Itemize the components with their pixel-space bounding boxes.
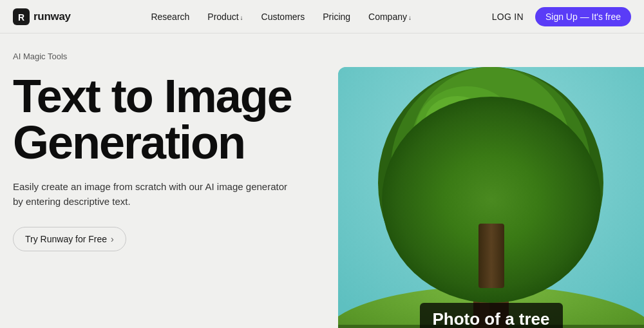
signup-button[interactable]: Sign Up — It's free — [535, 7, 631, 26]
main-description: Easily create an image from scratch with… — [13, 180, 290, 209]
nav-item-company[interactable]: Company ↓ — [368, 11, 412, 23]
navbar: R runway Research Product ↓ Customers Pr… — [0, 0, 644, 34]
nav-links: Research Product ↓ Customers Pricing Com… — [151, 11, 412, 23]
arrow-icon: › — [111, 234, 114, 244]
image-caption: Photo of a tree — [419, 303, 562, 328]
heading-line2: Generation — [13, 117, 245, 168]
svg-point-11 — [425, 96, 489, 148]
breadcrumb: AI Magic Tools — [13, 52, 328, 61]
login-button[interactable]: LOG IN — [492, 12, 524, 22]
nav-item-customers[interactable]: Customers — [261, 11, 305, 23]
svg-point-10 — [415, 86, 518, 177]
tree-svg — [338, 67, 644, 328]
demo-image-container: Photo of a tree — [338, 67, 644, 328]
svg-point-7 — [378, 67, 603, 299]
logo-text: runway — [33, 10, 71, 23]
main-heading: Text to Image Generation — [13, 73, 328, 166]
nav-right: LOG IN Sign Up — It's free — [492, 7, 631, 26]
cta-button[interactable]: Try Runway for Free › — [13, 227, 126, 251]
left-section: AI Magic Tools Text to Image Generation … — [13, 45, 328, 328]
heading-line1: Text to Image — [13, 70, 292, 122]
svg-text:R: R — [18, 12, 24, 23]
nav-item-pricing[interactable]: Pricing — [323, 11, 350, 23]
main-content: AI Magic Tools Text to Image Generation … — [0, 34, 644, 328]
nav-item-research[interactable]: Research — [151, 11, 189, 23]
cta-label: Try Runway for Free — [25, 234, 107, 244]
right-section: Photo of a tree — [328, 67, 644, 328]
svg-point-8 — [391, 67, 591, 267]
runway-logo-icon: R — [13, 8, 30, 25]
svg-rect-2 — [338, 67, 644, 328]
chevron-down-icon: ↓ — [408, 14, 412, 21]
tree-image — [338, 67, 644, 328]
nav-item-product[interactable]: Product ↓ — [207, 11, 243, 23]
chevron-down-icon: ↓ — [240, 14, 243, 21]
logo[interactable]: R runway — [13, 8, 71, 25]
